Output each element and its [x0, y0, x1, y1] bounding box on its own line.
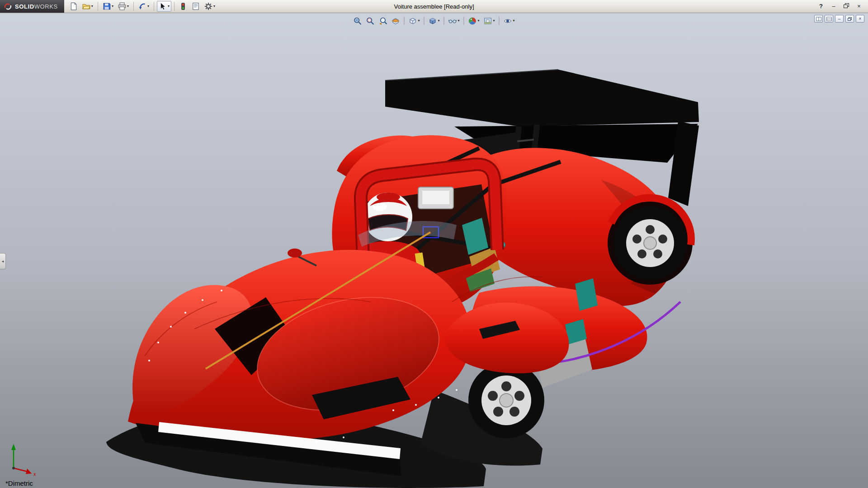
toolbar-separator	[174, 2, 175, 11]
appearance-ball-icon	[468, 17, 477, 25]
zoom-to-fit-button[interactable]	[352, 15, 363, 26]
split-pane-horizontal-button[interactable]	[825, 15, 833, 23]
rebuild-button[interactable]	[177, 1, 189, 12]
main-toolbar: ▾ ▾ ▾ ▾ ▾ ▾	[64, 1, 221, 12]
restore-icon	[844, 3, 849, 8]
scene-icon	[484, 17, 492, 25]
hud-separator	[499, 17, 500, 25]
document-properties-icon	[192, 2, 200, 10]
front-wheel	[468, 362, 544, 438]
dropdown-caret: ▾	[168, 5, 170, 8]
open-folder-icon	[82, 2, 90, 10]
doc-close-button[interactable]: ×	[856, 15, 864, 23]
hud-separator	[464, 17, 464, 25]
toolbar-separator	[133, 2, 134, 11]
toolbar-separator	[154, 2, 154, 11]
dropdown-caret: ▾	[418, 19, 420, 23]
rear-view-mirror	[418, 187, 453, 209]
view-orientation-button[interactable]: ▾	[407, 15, 421, 26]
dropdown-caret: ▾	[493, 19, 495, 23]
dropdown-caret: ▾	[458, 19, 459, 23]
title-bar: SOLIDWORKS ▾ ▾ ▾ ▾ ▾ ▾ Voiture assemblee…	[0, 0, 868, 13]
split-pane-vertical-icon	[816, 17, 821, 21]
split-pane-vertical-button[interactable]	[814, 15, 823, 23]
zoom-to-area-button[interactable]	[364, 15, 376, 26]
apply-scene-button[interactable]: ▾	[482, 15, 496, 26]
dropdown-caret: ▾	[513, 19, 515, 23]
select-button[interactable]: ▾	[157, 1, 171, 12]
dropdown-caret: ▾	[213, 5, 215, 8]
feature-manager-collapse-tab[interactable]: ◂	[0, 253, 6, 269]
minimize-button[interactable]: –	[830, 3, 837, 9]
window-controls: ? – ×	[817, 3, 868, 9]
dropdown-caret: ▾	[91, 5, 93, 8]
zoom-fit-icon	[353, 17, 362, 25]
orientation-triad[interactable]: x	[5, 440, 42, 476]
edit-appearance-button[interactable]: ▾	[467, 15, 481, 26]
heads-up-view-toolbar: ▾ ▾ ▾ ▾ ▾ ▾	[352, 15, 516, 26]
eye-icon	[504, 17, 512, 25]
shaded-cube-icon	[428, 17, 437, 25]
print-button[interactable]: ▾	[116, 1, 131, 12]
section-view-icon	[391, 17, 400, 25]
section-view-button[interactable]	[390, 15, 401, 26]
doc-minimize-button[interactable]: –	[835, 15, 844, 23]
options-button[interactable]: ▾	[203, 1, 217, 12]
display-style-button[interactable]: ▾	[427, 15, 441, 26]
hide-show-items-button[interactable]: ▾	[447, 15, 461, 26]
undo-button[interactable]: ▾	[137, 1, 151, 12]
restore-button[interactable]	[843, 3, 850, 9]
view-cube-icon	[408, 17, 417, 25]
doc-restore-icon	[848, 17, 852, 21]
rebuild-stoplight-icon	[179, 2, 187, 10]
solidworks-logo: SOLIDWORKS	[0, 0, 64, 13]
brand-light: WORKS	[34, 3, 58, 10]
view-orientation-label: *Dimetric	[5, 479, 33, 487]
car-model	[0, 13, 868, 488]
new-document-icon	[70, 2, 78, 10]
hud-separator	[404, 17, 404, 25]
undo-arrow-icon	[138, 2, 146, 10]
split-pane-horizontal-icon	[826, 17, 832, 21]
new-button[interactable]	[68, 1, 80, 12]
select-cursor-icon	[159, 2, 167, 10]
hud-separator	[424, 17, 424, 25]
rear-wheel	[608, 198, 693, 285]
brand-text: SOLIDWORKS	[15, 3, 58, 10]
dropdown-caret: ▾	[127, 5, 129, 8]
zoom-area-icon	[366, 17, 374, 25]
graphics-viewport[interactable]: ▾ ▾ ▾ ▾ ▾ ▾ – × ◂ x	[0, 13, 868, 488]
save-disk-icon	[103, 2, 111, 10]
dropdown-caret: ▾	[112, 5, 113, 8]
triad-x-label: x	[33, 471, 36, 476]
brand-bold: SOLID	[15, 3, 34, 10]
solidworks-window: SOLIDWORKS ▾ ▾ ▾ ▾ ▾ ▾ Voiture assemblee…	[0, 0, 868, 488]
glasses-icon	[448, 17, 457, 25]
previous-view-icon	[378, 17, 387, 25]
options-gear-icon	[204, 2, 212, 10]
previous-view-button[interactable]	[377, 15, 388, 26]
toolbar-separator	[98, 2, 98, 11]
help-button[interactable]: ?	[817, 3, 825, 9]
doc-restore-button[interactable]	[845, 15, 854, 23]
printer-icon	[118, 2, 126, 10]
dropdown-caret: ▾	[147, 5, 149, 8]
ds-logo-icon	[4, 3, 12, 10]
file-properties-button[interactable]	[190, 1, 202, 12]
save-button[interactable]: ▾	[101, 1, 115, 12]
view-settings-button[interactable]: ▾	[502, 15, 516, 26]
dropdown-caret: ▾	[438, 19, 439, 23]
document-window-controls: – ×	[814, 15, 864, 23]
dropdown-caret: ▾	[478, 19, 480, 23]
open-button[interactable]: ▾	[80, 1, 95, 12]
hud-separator	[443, 17, 444, 25]
close-button[interactable]: ×	[855, 3, 863, 9]
